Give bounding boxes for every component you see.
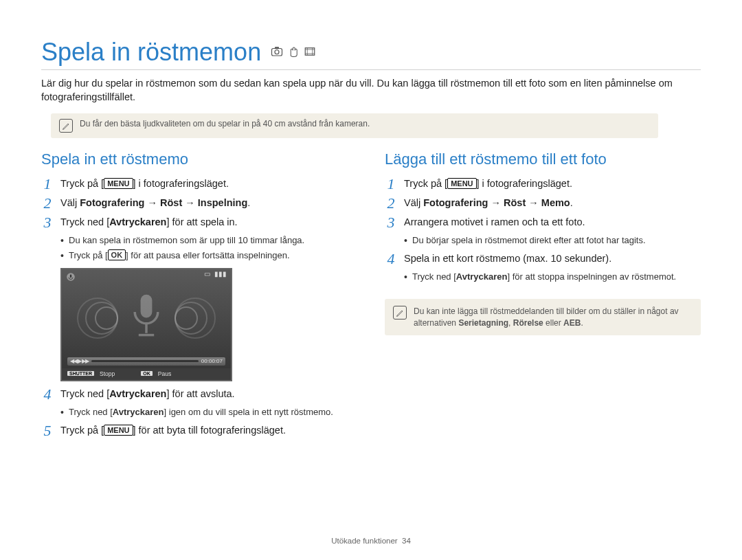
title-row: Spela in röstmemon bbox=[41, 38, 701, 67]
right-step4-bullets: Tryck ned [Avtryckaren] för att stoppa i… bbox=[404, 271, 701, 284]
stop-label: Stopp bbox=[100, 370, 115, 377]
menu-key: MENU bbox=[104, 425, 133, 436]
step-text: Välj Fotografering → Röst → Inspelning. bbox=[60, 196, 357, 210]
svg-rect-3 bbox=[305, 48, 315, 56]
camera-p-icon bbox=[271, 45, 283, 58]
scr-status-icons: ▭ ▮▮▮ bbox=[62, 269, 231, 279]
playback-icons: ◀◀ ▶ ▶▶ bbox=[70, 358, 89, 364]
step-number: 1 bbox=[41, 177, 54, 192]
svg-rect-8 bbox=[70, 274, 71, 278]
step-number: 3 bbox=[385, 215, 397, 230]
menu-key: MENU bbox=[447, 178, 476, 189]
left-step-3: 3 Tryck ned [Avtryckaren] för att spela … bbox=[41, 215, 357, 230]
progress-track bbox=[91, 360, 198, 362]
note-icon bbox=[393, 306, 407, 320]
step-number: 4 bbox=[41, 387, 54, 402]
svg-rect-2 bbox=[275, 47, 279, 49]
svg-rect-4 bbox=[141, 295, 153, 318]
step-number: 5 bbox=[41, 423, 54, 438]
footer-label: Utökade funktioner bbox=[331, 537, 398, 545]
right-step-4: 4 Spela in ett kort röstmemo (max. 10 se… bbox=[385, 251, 701, 267]
step-text: Tryck på [MENU] i fotograferingsläget. bbox=[60, 177, 357, 191]
left-column: Spela in ett röstmemo 1 Tryck på [MENU] … bbox=[41, 150, 357, 443]
shutter-key: SHUTTER bbox=[67, 371, 94, 376]
svg-rect-0 bbox=[272, 49, 282, 56]
mode-icons bbox=[271, 45, 316, 58]
rule bbox=[41, 69, 701, 70]
step-text: Tryck ned [Avtryckaren] för att avsluta. bbox=[60, 387, 357, 401]
step-number: 2 bbox=[385, 196, 397, 211]
bullet: Tryck ned [Avtryckaren] för att stoppa i… bbox=[404, 271, 701, 284]
tip-text: Du får den bästa ljudkvaliteten om du sp… bbox=[80, 119, 370, 128]
step-text: Spela in ett kort röstmemo (max. 10 seku… bbox=[404, 251, 701, 266]
bullet: Tryck ned [Avtryckaren] igen om du vill … bbox=[60, 406, 357, 419]
tip-box-top: Du får den bästa ljudkvaliteten om du sp… bbox=[51, 113, 658, 138]
right-column: Lägga till ett röstmemo till ett foto 1 … bbox=[385, 150, 701, 443]
battery-icon: ▮▮▮ bbox=[214, 270, 227, 278]
step-number: 3 bbox=[41, 215, 54, 230]
step-number: 4 bbox=[385, 251, 397, 267]
hand-dual-icon bbox=[287, 45, 300, 58]
step-number: 2 bbox=[41, 196, 54, 211]
voice-icon bbox=[66, 272, 76, 282]
footer: Utökade funktioner 34 bbox=[0, 537, 742, 545]
right-heading: Lägga till ett röstmemo till ett foto bbox=[385, 150, 701, 168]
ok-key: OK bbox=[108, 249, 126, 260]
svg-point-1 bbox=[275, 50, 279, 54]
left-step3-bullets: Du kan spela in röstmemon som är upp til… bbox=[60, 234, 357, 262]
card-icon: ▭ bbox=[204, 270, 210, 278]
left-step4-bullets: Tryck ned [Avtryckaren] igen om du vill … bbox=[60, 406, 357, 419]
step-text: Tryck på [MENU] för att byta till fotogr… bbox=[60, 423, 357, 438]
tip-box-right: Du kan inte lägga till röstmeddelanden t… bbox=[385, 299, 701, 336]
page: Spela in röstmemon Lär dig hur du spelar… bbox=[0, 0, 742, 560]
step-text: Tryck på [MENU] i fotograferingsläget. bbox=[404, 177, 701, 191]
left-step-2: 2 Välj Fotografering → Röst → Inspelning… bbox=[41, 196, 357, 211]
left-step-1: 1 Tryck på [MENU] i fotograferingsläget. bbox=[41, 177, 357, 192]
bullet: Du kan spela in röstmemon som är upp til… bbox=[60, 234, 357, 247]
pause-label: Paus bbox=[158, 370, 171, 377]
menu-key: MENU bbox=[104, 178, 133, 189]
step-text: Arrangera motivet i ramen och ta ett fot… bbox=[404, 215, 701, 229]
right-step-3: 3 Arrangera motivet i ramen och ta ett f… bbox=[385, 215, 701, 230]
step-text: Välj Fotografering → Röst → Memo. bbox=[404, 196, 701, 210]
note-icon bbox=[59, 119, 73, 133]
columns: Spela in ett röstmemo 1 Tryck på [MENU] … bbox=[41, 150, 701, 443]
wave-icon bbox=[175, 298, 216, 339]
step-text: Tryck ned [Avtryckaren] för att spela in… bbox=[60, 215, 357, 229]
scr-legend: SHUTTER Stopp OK Paus bbox=[62, 368, 231, 380]
page-title: Spela in röstmemon bbox=[41, 38, 261, 67]
scr-main bbox=[62, 279, 231, 355]
bullet: Du börjar spela in röstmemot direkt efte… bbox=[404, 234, 701, 247]
tip-text: Du kan inte lägga till röstmeddelanden t… bbox=[414, 306, 693, 329]
wave-icon bbox=[77, 298, 118, 339]
right-step-2: 2 Välj Fotografering → Röst → Memo. bbox=[385, 196, 701, 211]
bullet: Tryck på [OK] för att pausa eller fortsä… bbox=[60, 249, 357, 262]
time-counter: 00:00:07 bbox=[201, 358, 223, 364]
step-number: 1 bbox=[385, 177, 397, 192]
intro-text: Lär dig hur du spelar in röstmemon som d… bbox=[41, 77, 701, 104]
scr-progress: ◀◀ ▶ ▶▶ 00:00:07 bbox=[67, 357, 225, 366]
ok-key: OK bbox=[141, 371, 153, 376]
microphone-icon bbox=[126, 293, 167, 341]
left-step-4: 4 Tryck ned [Avtryckaren] för att avslut… bbox=[41, 387, 357, 402]
right-step-1: 1 Tryck på [MENU] i fotograferingsläget. bbox=[385, 177, 701, 192]
left-step-5: 5 Tryck på [MENU] för att byta till foto… bbox=[41, 423, 357, 438]
footer-page: 34 bbox=[402, 537, 411, 545]
right-step3-bullets: Du börjar spela in röstmemot direkt efte… bbox=[404, 234, 701, 247]
scene-icon bbox=[304, 45, 316, 58]
left-heading: Spela in ett röstmemo bbox=[41, 150, 357, 168]
recorder-illustration: ▭ ▮▮▮ bbox=[60, 268, 232, 381]
